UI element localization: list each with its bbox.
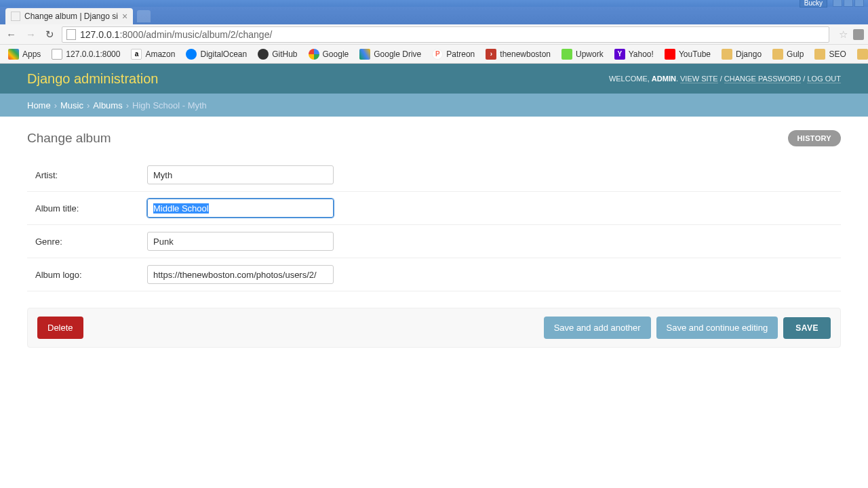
bookmark-star-icon[interactable]: ☆ — [839, 28, 848, 41]
back-button[interactable]: ← — [4, 28, 18, 40]
form-row-album-logo: Album logo: — [27, 258, 841, 291]
bookmark-item[interactable]: YouTube — [660, 47, 715, 62]
bookmark-item[interactable]: Social — [853, 47, 868, 62]
forward-button[interactable]: → — [24, 28, 38, 40]
bookmark-item[interactable]: YYahoo! — [610, 47, 658, 62]
save-button[interactable]: SAVE — [783, 317, 831, 339]
new-tab-button[interactable] — [137, 10, 151, 22]
url-path: /admin/music/album/2/change/ — [143, 29, 272, 40]
bookmark-item[interactable]: SEO — [810, 47, 850, 62]
breadcrumb-home[interactable]: Home — [27, 100, 51, 110]
admin-header: Django administration WELCOME, ADMIN. VI… — [0, 64, 868, 94]
browser-tab[interactable]: Change album | Django si × — [5, 8, 133, 24]
breadcrumb: Home › Music › Albums › High School - My… — [0, 94, 868, 117]
window-maximize-button[interactable] — [844, 0, 853, 7]
artist-label: Artist: — [35, 170, 147, 180]
folder-icon — [814, 49, 825, 60]
folder-icon — [772, 49, 783, 60]
history-button[interactable]: HISTORY — [788, 130, 841, 146]
google-drive-icon — [359, 49, 370, 60]
breadcrumb-model[interactable]: Albums — [93, 100, 122, 110]
apps-icon — [8, 49, 19, 60]
bookmark-item[interactable]: 127.0.0.1:8000 — [47, 47, 124, 62]
album-title-label: Album title: — [35, 203, 147, 214]
album-logo-input[interactable] — [147, 265, 334, 284]
bookmark-item[interactable]: Upwork — [557, 47, 608, 62]
window-user-label: Bucky — [800, 0, 827, 7]
site-info-icon[interactable] — [66, 29, 76, 40]
bookmark-item[interactable]: PPatreon — [428, 47, 479, 62]
google-icon — [309, 49, 319, 60]
window-close-button[interactable] — [854, 0, 864, 7]
digitalocean-icon — [186, 49, 197, 60]
upwork-icon — [561, 49, 572, 60]
bookmark-item[interactable]: ›thenewboston — [481, 47, 555, 62]
page-heading: Change album — [27, 131, 111, 146]
amazon-icon: a — [131, 49, 142, 60]
tab-title: Change album | Django si — [24, 12, 118, 21]
window-minimize-button[interactable] — [833, 0, 842, 7]
admin-site-title: Django administration — [27, 71, 158, 87]
apps-button[interactable]: Apps — [4, 47, 45, 62]
bookmarks-bar: Apps 127.0.0.1:8000 aAmazon DigitalOcean… — [0, 45, 868, 64]
yahoo-icon: Y — [614, 49, 625, 60]
bookmark-item[interactable]: GitHub — [254, 47, 301, 62]
bookmark-item[interactable]: Django — [717, 47, 766, 62]
save-continue-button[interactable]: Save and continue editing — [656, 317, 778, 339]
album-title-input[interactable] — [147, 199, 334, 218]
folder-icon — [857, 49, 868, 60]
page-icon — [52, 49, 62, 60]
save-add-another-button[interactable]: Save and add another — [544, 317, 651, 339]
url-port: :8000 — [119, 29, 143, 40]
window-titlebar: Bucky — [0, 0, 868, 7]
album-logo-label: Album logo: — [35, 270, 147, 280]
view-site-link[interactable]: VIEW SITE — [680, 75, 718, 83]
logout-link[interactable]: LOG OUT — [807, 75, 841, 83]
form-row-genre: Genre: — [27, 225, 841, 258]
admin-user-tools: WELCOME, ADMIN. VIEW SITE / CHANGE PASSW… — [609, 75, 841, 83]
welcome-text: WELCOME, — [609, 75, 652, 83]
change-password-link[interactable]: CHANGE PASSWORD — [724, 75, 801, 83]
github-icon — [258, 49, 269, 60]
url-host: 127.0.0.1 — [80, 29, 119, 40]
submit-row: Delete Save and add another Save and con… — [27, 308, 841, 348]
bookmark-item[interactable]: Gulp — [768, 47, 808, 62]
admin-username: ADMIN — [652, 75, 676, 83]
browser-tab-strip: Change album | Django si × — [0, 7, 868, 24]
form-row-album-title: Album title: — [27, 192, 841, 225]
breadcrumb-app[interactable]: Music — [60, 100, 83, 110]
content-main: Change album HISTORY Artist: Album title… — [0, 117, 868, 361]
bookmark-item[interactable]: Google — [304, 47, 353, 62]
reload-button[interactable]: ↻ — [43, 28, 56, 41]
address-bar[interactable]: 127.0.0.1:8000/admin/music/album/2/chang… — [62, 26, 829, 43]
genre-input[interactable] — [147, 232, 334, 251]
thenewboston-icon: › — [486, 49, 496, 60]
form-row-artist: Artist: — [27, 159, 841, 192]
page-favicon-icon — [11, 12, 20, 21]
bookmark-item[interactable]: Google Drive — [355, 47, 425, 62]
youtube-icon — [665, 49, 675, 60]
tab-close-icon[interactable]: × — [122, 11, 127, 22]
delete-button[interactable]: Delete — [37, 317, 83, 339]
genre-label: Genre: — [35, 237, 147, 247]
browser-toolbar: ← → ↻ 127.0.0.1:8000/admin/music/album/2… — [0, 24, 868, 45]
artist-input[interactable] — [147, 165, 334, 184]
extension-icon[interactable] — [853, 29, 864, 40]
folder-icon — [722, 49, 732, 60]
bookmark-item[interactable]: aAmazon — [127, 47, 179, 62]
patreon-icon: P — [432, 49, 443, 60]
breadcrumb-current: High School - Myth — [132, 100, 207, 110]
bookmark-item[interactable]: DigitalOcean — [182, 47, 251, 62]
